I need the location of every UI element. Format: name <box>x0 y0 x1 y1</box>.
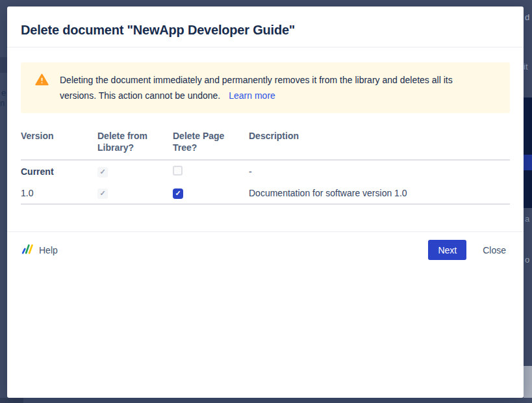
column-header-delete-from-library: Delete from Library? <box>97 130 173 153</box>
warning-icon <box>35 72 49 88</box>
table-row: Current - <box>21 161 510 183</box>
delete-page-tree-cell <box>173 187 249 199</box>
backdrop-selected-row <box>524 155 532 170</box>
backdrop-light-panel <box>524 366 532 398</box>
delete-from-library-checkbox <box>97 188 108 199</box>
dialog-header: Delete document "NewApp Developer Guide" <box>7 6 524 47</box>
warning-text: Deleting the document immediately and pe… <box>60 72 481 103</box>
delete-document-dialog: Delete document "NewApp Developer Guide"… <box>7 6 524 398</box>
delete-from-library-cell <box>97 187 173 199</box>
delete-from-library-checkbox <box>97 167 108 177</box>
warning-banner: Deleting the document immediately and pe… <box>21 62 510 113</box>
versions-table-header: Version Delete from Library? Delete Page… <box>21 130 510 161</box>
dialog-footer: Help Next Close <box>7 231 524 268</box>
next-button[interactable]: Next <box>428 240 466 260</box>
help-label: Help <box>39 245 58 255</box>
footer-actions: Next Close <box>428 240 510 260</box>
backdrop-fragment: d <box>525 13 529 22</box>
backdrop-fragment: a <box>525 214 529 224</box>
backdrop-navy-panel <box>524 98 532 208</box>
backdrop-dark-block <box>0 57 7 73</box>
description-cell: Documentation for software version 1.0 <box>249 188 510 198</box>
backdrop-fragment: o <box>525 255 529 265</box>
column-header-description: Description <box>249 130 510 142</box>
k15t-logo-icon <box>21 242 33 257</box>
version-cell: 1.0 <box>21 188 97 198</box>
backdrop-corner-block <box>0 398 23 403</box>
column-header-delete-page-tree: Delete Page Tree? <box>173 130 249 153</box>
help-button[interactable]: Help <box>21 242 58 257</box>
delete-page-tree-checkbox[interactable] <box>173 188 183 199</box>
delete-page-tree-checkbox[interactable] <box>173 166 183 176</box>
dialog-body: Deleting the document immediately and pe… <box>7 47 524 231</box>
table-row: 1.0 Documentation for software version 1… <box>21 183 510 205</box>
backdrop-fragment: it <box>524 62 528 72</box>
delete-page-tree-cell <box>173 166 249 177</box>
delete-from-library-cell <box>97 166 173 177</box>
column-header-version: Version <box>21 130 97 142</box>
description-cell: - <box>249 166 510 177</box>
dialog-title: Delete document "NewApp Developer Guide" <box>21 23 510 38</box>
versions-table: Version Delete from Library? Delete Page… <box>21 130 510 205</box>
document-version-rows: Current - 1.0 Documentation for software… <box>21 161 510 205</box>
backdrop-fragment: e <box>1 88 6 98</box>
spacer <box>21 205 510 231</box>
close-button[interactable]: Close <box>479 245 510 255</box>
version-cell: Current <box>21 166 97 177</box>
learn-more-link[interactable]: Learn more <box>229 90 275 101</box>
